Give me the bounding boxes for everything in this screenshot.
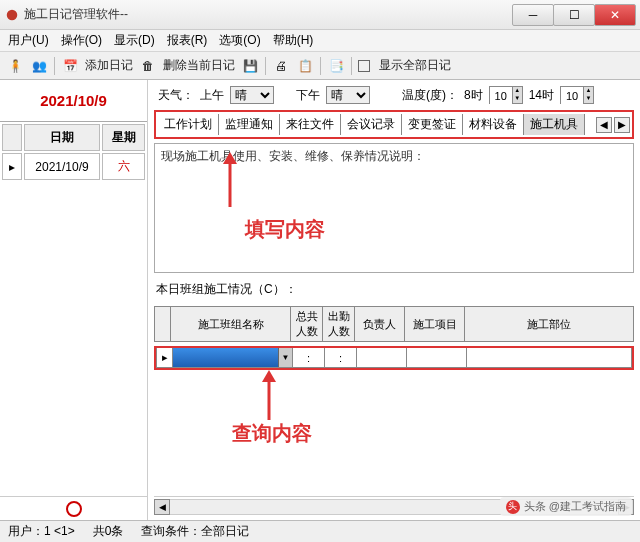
tab-plan[interactable]: 工作计划 xyxy=(158,114,219,135)
chevron-down-icon[interactable]: ▼ xyxy=(278,348,292,367)
crew-project-cell[interactable] xyxy=(407,348,467,368)
menu-help[interactable]: 帮助(H) xyxy=(273,32,314,49)
nav-first-icon[interactable]: 🧍 xyxy=(6,57,24,75)
tab-machine[interactable]: 施工机具 xyxy=(524,114,585,135)
watermark-icon: 头 xyxy=(506,500,520,514)
minimize-button[interactable]: ─ xyxy=(512,4,554,26)
crew-name-dropdown[interactable]: ▼ xyxy=(173,348,293,368)
weather-row: 天气： 上午 晴 下午 晴 温度(度)： 8时 ▲▼ 14时 ▲▼ xyxy=(154,84,634,106)
separator xyxy=(320,57,321,75)
crew-grid-row-highlight: ▸ ▼ : : xyxy=(154,346,634,370)
row-date: 2021/10/9 xyxy=(24,153,100,180)
annotation-fill: 填写内容 xyxy=(245,216,325,243)
bottom-area: 查询内容 xyxy=(154,374,634,492)
window-title: 施工日记管理软件-- xyxy=(24,6,513,23)
gh-marker xyxy=(155,307,171,342)
menu-report[interactable]: 报表(R) xyxy=(167,32,208,49)
menu-display[interactable]: 显示(D) xyxy=(114,32,155,49)
menu-operate[interactable]: 操作(O) xyxy=(61,32,102,49)
left-footer xyxy=(0,496,147,520)
pm-label: 下午 xyxy=(296,87,320,104)
menu-user[interactable]: 用户(U) xyxy=(8,32,49,49)
crew-grid-header: 施工班组名称 总共人数 出勤人数 负责人 施工项目 施工部位 xyxy=(154,306,634,342)
trash-icon[interactable]: 🗑 xyxy=(139,57,157,75)
save-icon[interactable]: 💾 xyxy=(241,57,259,75)
menu-options[interactable]: 选项(O) xyxy=(219,32,260,49)
tab-change[interactable]: 变更签证 xyxy=(402,114,463,135)
toolbar: 🧍 👥 📅 添加日记 🗑 删除当前日记 💾 🖨 📋 📑 显示全部日记 xyxy=(0,52,640,80)
add-diary-button[interactable]: 添加日记 xyxy=(85,57,133,74)
crew-leader-cell[interactable] xyxy=(357,348,407,368)
tab-nav: ◀ ▶ xyxy=(592,117,630,133)
separator xyxy=(351,57,352,75)
crew-row[interactable]: ▸ ▼ : : xyxy=(156,348,632,368)
crew-attend-cell[interactable]: : xyxy=(325,348,357,368)
watermark-text: 头条 @建工考试指南 xyxy=(524,499,626,514)
row-marker-header xyxy=(2,124,22,151)
svg-marker-4 xyxy=(262,370,276,382)
compass-icon[interactable] xyxy=(62,497,85,520)
delete-diary-button[interactable]: 删除当前日记 xyxy=(163,57,235,74)
row-week: 六 xyxy=(102,153,145,180)
current-date: 2021/10/9 xyxy=(0,80,147,121)
tab-scroll-left[interactable]: ◀ xyxy=(596,117,612,133)
gh-attend: 出勤人数 xyxy=(323,307,355,342)
am-weather-select[interactable]: 晴 xyxy=(230,86,274,104)
gh-project: 施工项目 xyxy=(405,307,465,342)
separator xyxy=(54,57,55,75)
gh-leader: 负责人 xyxy=(355,307,405,342)
tab-scroll-right[interactable]: ▶ xyxy=(614,117,630,133)
left-panel: 2021/10/9 日期 星期 ▸ 2021/10/9 六 xyxy=(0,80,148,520)
arrow-to-row-icon xyxy=(254,370,284,426)
time1-label: 8时 xyxy=(464,87,483,104)
am-label: 上午 xyxy=(200,87,224,104)
col-date-header: 日期 xyxy=(24,124,100,151)
nav-prev-icon[interactable]: 👥 xyxy=(30,57,48,75)
time2-label: 14时 xyxy=(529,87,554,104)
main-body: 2021/10/9 日期 星期 ▸ 2021/10/9 六 天气： 上午 晴 xyxy=(0,80,640,520)
watermark: 头 头条 @建工考试指南 xyxy=(500,497,632,516)
temp-label: 温度(度)： xyxy=(402,87,458,104)
row-marker: ▸ xyxy=(157,348,173,368)
weather-label: 天气： xyxy=(158,87,194,104)
separator xyxy=(265,57,266,75)
show-all-checkbox[interactable] xyxy=(358,60,370,72)
show-all-label[interactable]: 显示全部日记 xyxy=(379,57,451,74)
svg-point-0 xyxy=(7,9,18,20)
crew-section-label: 本日班组施工情况（C）： xyxy=(154,277,634,302)
app-icon xyxy=(4,7,20,23)
gh-part: 施工部位 xyxy=(465,307,634,342)
preview-icon[interactable]: 📋 xyxy=(296,57,314,75)
tab-meeting[interactable]: 会议记录 xyxy=(341,114,402,135)
gh-name: 施工班组名称 xyxy=(171,307,291,342)
copy-icon[interactable]: 📑 xyxy=(327,57,345,75)
crew-total-cell[interactable]: : xyxy=(293,348,325,368)
window-buttons: ─ ☐ ✕ xyxy=(513,4,636,26)
left-fill xyxy=(0,182,147,496)
gh-total: 总共人数 xyxy=(291,307,323,342)
temp2-spinner[interactable]: ▲▼ xyxy=(560,86,594,104)
status-count: 共0条 xyxy=(93,523,124,540)
print-icon[interactable]: 🖨 xyxy=(272,57,290,75)
maximize-button[interactable]: ☐ xyxy=(553,4,595,26)
statusbar: 用户：1 <1> 共0条 查询条件：全部日记 xyxy=(0,520,640,542)
temp1-spinner[interactable]: ▲▼ xyxy=(489,86,523,104)
date-table: 日期 星期 ▸ 2021/10/9 六 xyxy=(0,121,147,182)
status-filter: 查询条件：全部日记 xyxy=(141,523,249,540)
tabs-row: 工作计划 监理通知 来往文件 会议记录 变更签证 材料设备 施工机具 ◀ ▶ xyxy=(154,110,634,139)
scroll-left-button[interactable]: ◀ xyxy=(154,499,170,515)
temp1-input[interactable] xyxy=(490,87,512,105)
tab-doc[interactable]: 来往文件 xyxy=(280,114,341,135)
content-placeholder: 现场施工机具使用、安装、维修、保养情况说明： xyxy=(161,149,425,163)
tab-material[interactable]: 材料设备 xyxy=(463,114,524,135)
crew-part-cell[interactable] xyxy=(467,348,632,368)
close-button[interactable]: ✕ xyxy=(594,4,636,26)
pm-weather-select[interactable]: 晴 xyxy=(326,86,370,104)
annotation-query: 查询内容 xyxy=(232,420,312,447)
content-textarea[interactable]: 现场施工机具使用、安装、维修、保养情况说明： 填写内容 xyxy=(154,143,634,273)
date-row[interactable]: ▸ 2021/10/9 六 xyxy=(2,153,145,180)
temp2-input[interactable] xyxy=(561,87,583,105)
titlebar: 施工日记管理软件-- ─ ☐ ✕ xyxy=(0,0,640,30)
calendar-icon[interactable]: 📅 xyxy=(61,57,79,75)
tab-supervise[interactable]: 监理通知 xyxy=(219,114,280,135)
